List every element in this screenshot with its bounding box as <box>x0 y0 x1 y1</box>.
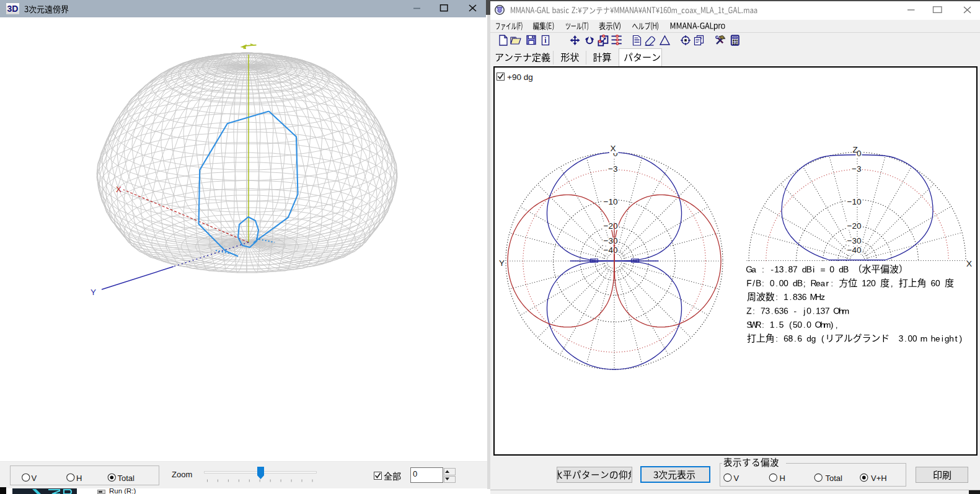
svg-text:Total: Total <box>826 474 843 483</box>
svg-text:−3: −3 <box>608 164 617 174</box>
svg-text:−10: −10 <box>847 197 862 206</box>
svg-text:−20: −20 <box>847 221 862 231</box>
svg-text:−30: −30 <box>847 236 862 245</box>
svg-text:−40: −40 <box>847 245 862 255</box>
svg-text:X: X <box>611 144 616 153</box>
svg-text:V: V <box>734 474 739 483</box>
svg-text:+90 dg: +90 dg <box>507 73 533 82</box>
svg-text:Run (R:): Run (R:) <box>109 487 136 494</box>
svg-text:H: H <box>780 474 785 483</box>
svg-text:V: V <box>32 474 37 483</box>
svg-text:V+H: V+H <box>871 474 887 483</box>
svg-text:Zoom: Zoom <box>172 470 192 479</box>
svg-text:−30: −30 <box>604 236 618 245</box>
svg-text:Y: Y <box>499 258 505 268</box>
svg-text:X: X <box>116 185 121 194</box>
svg-text:−10: −10 <box>604 197 618 206</box>
svg-text:−3: −3 <box>852 164 861 174</box>
svg-text:−20: −20 <box>604 221 618 231</box>
svg-text:H: H <box>76 474 82 483</box>
svg-text:Z: Z <box>853 145 858 154</box>
svg-text:−40: −40 <box>604 245 618 255</box>
svg-text:Y: Y <box>90 288 96 297</box>
svg-text:Total: Total <box>118 474 135 483</box>
svg-text:0: 0 <box>413 469 417 479</box>
svg-text:X: X <box>966 259 972 268</box>
